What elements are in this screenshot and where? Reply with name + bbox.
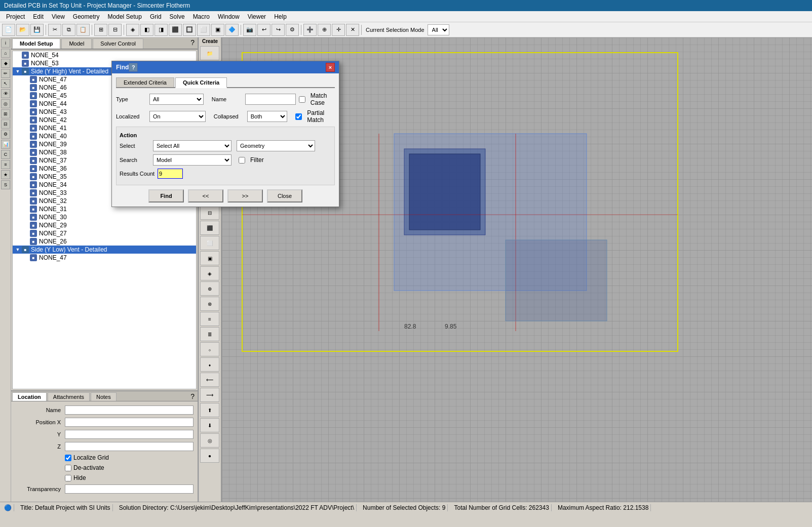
- prop-y-input[interactable]: [65, 430, 194, 439]
- tree-item-none54[interactable]: ■ NONE_54: [13, 51, 196, 59]
- localized-select[interactable]: On Off Both: [149, 111, 206, 122]
- search-select[interactable]: Model Selection All: [153, 154, 231, 166]
- tb-view2[interactable]: ◧: [140, 24, 153, 36]
- left-icon-layers[interactable]: ≡: [1, 160, 10, 169]
- tb-camera[interactable]: 📷: [243, 24, 256, 36]
- results-count-input[interactable]: [158, 169, 183, 179]
- next-button[interactable]: >>: [227, 189, 263, 202]
- left-icon-grid4[interactable]: ⊟: [1, 119, 10, 129]
- tree-expand-none53[interactable]: [15, 60, 21, 66]
- left-icon-sh[interactable]: S: [1, 180, 10, 189]
- create-btn-21[interactable]: ⟵: [200, 373, 219, 387]
- create-btn-12[interactable]: ⬜: [200, 236, 219, 250]
- create-btn-10[interactable]: ⊟: [200, 206, 219, 220]
- tb-add2[interactable]: ⊕: [318, 24, 331, 36]
- close-button[interactable]: Close: [267, 189, 302, 202]
- tree-expand-none44[interactable]: [23, 101, 29, 107]
- menu-macro[interactable]: Macro: [189, 12, 214, 21]
- tab-model[interactable]: Model: [61, 38, 92, 49]
- prop-posx-input[interactable]: [65, 418, 194, 427]
- left-icon-settings[interactable]: ⚙: [1, 130, 10, 139]
- left-icon-c[interactable]: C: [1, 150, 10, 159]
- find-dialog-close-btn[interactable]: ×: [326, 63, 335, 72]
- create-btn-26[interactable]: ●: [200, 449, 219, 463]
- menu-solve[interactable]: Solve: [166, 12, 189, 21]
- create-btn-24[interactable]: ⬇: [200, 418, 219, 432]
- create-btn-23[interactable]: ⬆: [200, 403, 219, 417]
- left-icon-chart[interactable]: 📊: [1, 140, 10, 149]
- tree-expand-none34[interactable]: [23, 182, 29, 188]
- tb-view5[interactable]: 🔲: [183, 24, 196, 36]
- tb-grid2[interactable]: ⊟: [108, 24, 122, 36]
- tree-expand-none27[interactable]: [23, 230, 29, 236]
- panel-help-icon[interactable]: ?: [190, 38, 195, 49]
- create-btn-20[interactable]: ⬧: [200, 357, 219, 372]
- tree-expand-side-y-high[interactable]: ▼: [15, 68, 21, 74]
- tree-expand-none32[interactable]: [23, 198, 29, 204]
- tree-expand-none41[interactable]: [23, 125, 29, 131]
- left-icon-eye[interactable]: 👁: [1, 89, 10, 98]
- tree-expand-none47[interactable]: [23, 76, 29, 83]
- tree-item-none26[interactable]: ■ NONE_26: [13, 237, 196, 246]
- tb-add[interactable]: ➕: [303, 24, 317, 36]
- menu-grid[interactable]: Grid: [146, 12, 166, 21]
- tree-expand-none31[interactable]: [23, 206, 29, 212]
- left-icon-pointer[interactable]: ↖: [1, 79, 10, 88]
- create-btn-22[interactable]: ⟶: [200, 388, 219, 402]
- props-tab-notes[interactable]: Notes: [91, 392, 117, 401]
- tb-copy[interactable]: ⧉: [62, 24, 75, 36]
- tree-item-side-y-low[interactable]: ▼ ■ Side (Y Low) Vent - Detailed: [13, 246, 196, 254]
- tree-expand-none33[interactable]: [23, 190, 29, 196]
- filter-checkbox[interactable]: [239, 157, 245, 164]
- tb-undo[interactable]: ↩: [257, 24, 270, 36]
- tb-open[interactable]: 📂: [16, 24, 29, 36]
- create-btn-15[interactable]: ⊕: [200, 281, 219, 296]
- create-btn-25[interactable]: ◎: [200, 433, 219, 448]
- tb-solve[interactable]: ⚙: [286, 24, 299, 36]
- tb-cut[interactable]: ✂: [48, 24, 61, 36]
- tree-expand-none38[interactable]: [23, 149, 29, 155]
- tree-expand-none26[interactable]: [23, 238, 29, 245]
- tree-expand-none47b[interactable]: [23, 255, 29, 261]
- type-select[interactable]: All Solid Fluid Assembly Source: [149, 94, 204, 105]
- tb-del[interactable]: ✕: [346, 24, 359, 36]
- tab-quick-criteria[interactable]: Quick Criteria: [175, 77, 227, 88]
- left-icon-pencil[interactable]: ✏: [1, 69, 10, 78]
- tree-item-none27[interactable]: ■ NONE_27: [13, 229, 196, 237]
- tb-move[interactable]: ✛: [332, 24, 345, 36]
- menu-view[interactable]: View: [48, 12, 69, 21]
- left-icon-eye2[interactable]: ◎: [1, 99, 10, 108]
- tree-expand-side-y-low[interactable]: ▼: [15, 247, 21, 253]
- tree-expand-none45[interactable]: [23, 93, 29, 99]
- tab-extended-criteria[interactable]: Extended Criteria: [116, 77, 174, 87]
- find-dialog-help-btn[interactable]: ?: [129, 63, 138, 72]
- prop-transparency-input[interactable]: [65, 484, 194, 494]
- create-btn-1[interactable]: 📁: [200, 46, 219, 60]
- tree-expand-none54[interactable]: [15, 52, 21, 58]
- tb-view6[interactable]: ⬜: [197, 24, 210, 36]
- find-dialog-titlebar[interactable]: Find ? ×: [112, 61, 339, 73]
- tree-expand-none29[interactable]: [23, 222, 29, 228]
- create-btn-11[interactable]: ⬛: [200, 221, 219, 235]
- select-action-select[interactable]: Select All Select Deselect: [153, 140, 231, 151]
- prop-name-input[interactable]: [65, 406, 194, 415]
- menu-help[interactable]: Help: [270, 12, 291, 21]
- left-icon-home[interactable]: ⌂: [1, 49, 10, 58]
- props-help-icon[interactable]: ?: [190, 392, 195, 401]
- find-button[interactable]: Find: [148, 189, 184, 202]
- tree-item-none47b[interactable]: ■ NONE_47: [13, 254, 196, 262]
- name-input[interactable]: [245, 94, 296, 105]
- tb-new[interactable]: 📄: [2, 24, 15, 36]
- partial-match-checkbox[interactable]: [295, 113, 302, 120]
- tb-save[interactable]: 💾: [30, 24, 44, 36]
- menu-project[interactable]: Project: [2, 12, 29, 21]
- left-icon-grid3[interactable]: ⊞: [1, 109, 10, 118]
- left-icon-diamond[interactable]: ◆: [1, 59, 10, 68]
- props-tab-attachments[interactable]: Attachments: [48, 392, 90, 401]
- tb-grid[interactable]: ⊞: [94, 24, 107, 36]
- create-btn-14[interactable]: ◈: [200, 266, 219, 280]
- create-btn-18[interactable]: ≣: [200, 327, 219, 341]
- menu-viewer[interactable]: Viewer: [244, 12, 270, 21]
- tree-expand-none36[interactable]: [23, 166, 29, 172]
- tb-view7[interactable]: ▣: [211, 24, 224, 36]
